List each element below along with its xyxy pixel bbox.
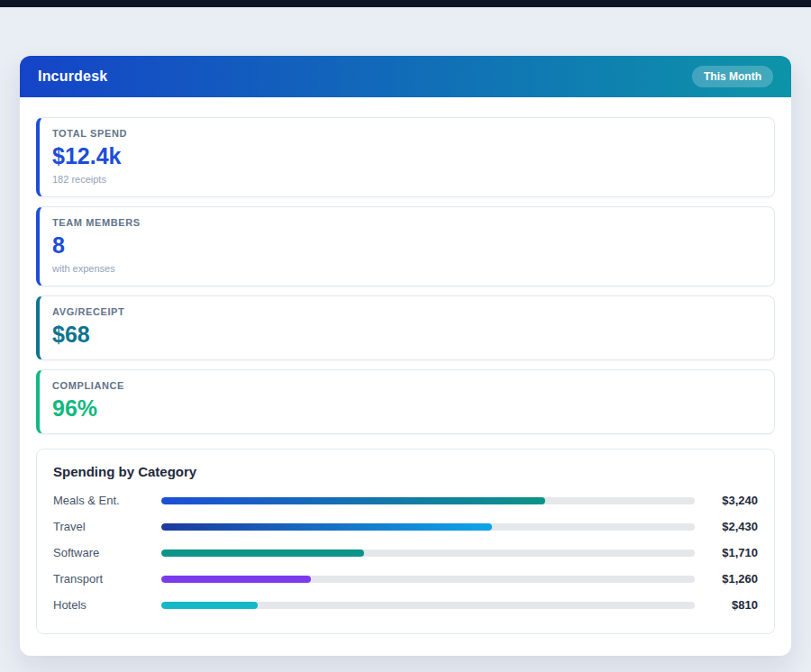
category-label: Travel [53, 520, 161, 533]
stat-subtext: 182 receipts [52, 174, 761, 185]
category-row-meals: Meals & Ent. $3,240 [53, 494, 758, 507]
period-badge[interactable]: This Month [692, 66, 773, 87]
category-row-transport: Transport $1,260 [53, 572, 758, 586]
stat-value: 96% [52, 395, 761, 422]
stat-value: $12.4k [52, 143, 761, 169]
category-bar-fill [161, 602, 258, 609]
category-value: $1,710 [695, 546, 758, 559]
stat-subtext: with expenses [52, 263, 761, 274]
category-label: Meals & Ent. [53, 494, 161, 507]
app-title: Incurdesk [38, 68, 107, 85]
spending-by-category-panel: Spending by Category Meals & Ent. $3,240… [36, 449, 775, 634]
category-bar-track [161, 602, 695, 609]
category-row-software: Software $1,710 [53, 546, 758, 559]
stat-value: 8 [52, 232, 761, 259]
category-bar-track [161, 523, 695, 531]
category-bar-fill [161, 497, 545, 504]
category-value: $3,240 [695, 494, 758, 507]
category-row-travel: Travel $2,430 [53, 520, 758, 533]
stat-label: COMPLIANCE [52, 380, 761, 391]
category-label: Software [53, 546, 161, 559]
stat-value: $68 [52, 322, 761, 348]
dashboard-body: TOTAL SPEND $12.4k 182 receipts TEAM MEM… [20, 97, 791, 656]
category-bar-fill [161, 576, 311, 583]
category-value: $1,260 [695, 572, 758, 586]
category-bar-fill [161, 523, 492, 531]
category-bar-fill [161, 549, 364, 557]
top-strip [0, 0, 811, 7]
category-row-hotels: Hotels $810 [53, 598, 758, 612]
panel-title: Spending by Category [53, 464, 758, 479]
stat-card-team-members: TEAM MEMBERS 8 with expenses [36, 206, 775, 286]
dashboard-card: Incurdesk This Month TOTAL SPEND $12.4k … [20, 56, 791, 656]
stat-label: AVG/RECEIPT [52, 306, 761, 317]
category-bar-track [161, 549, 695, 557]
category-value: $810 [695, 598, 758, 612]
category-bar-track [161, 576, 695, 583]
category-label: Transport [53, 572, 161, 586]
category-bar-track [161, 497, 695, 504]
app-header: Incurdesk This Month [20, 56, 791, 97]
stat-card-avg-receipt: AVG/RECEIPT $68 [36, 295, 775, 360]
stat-label: TEAM MEMBERS [52, 217, 761, 228]
category-label: Hotels [53, 598, 161, 612]
category-value: $2,430 [695, 520, 758, 533]
stat-label: TOTAL SPEND [52, 128, 761, 139]
stat-card-compliance: COMPLIANCE 96% [36, 369, 775, 434]
stat-card-total-spend: TOTAL SPEND $12.4k 182 receipts [36, 117, 775, 197]
